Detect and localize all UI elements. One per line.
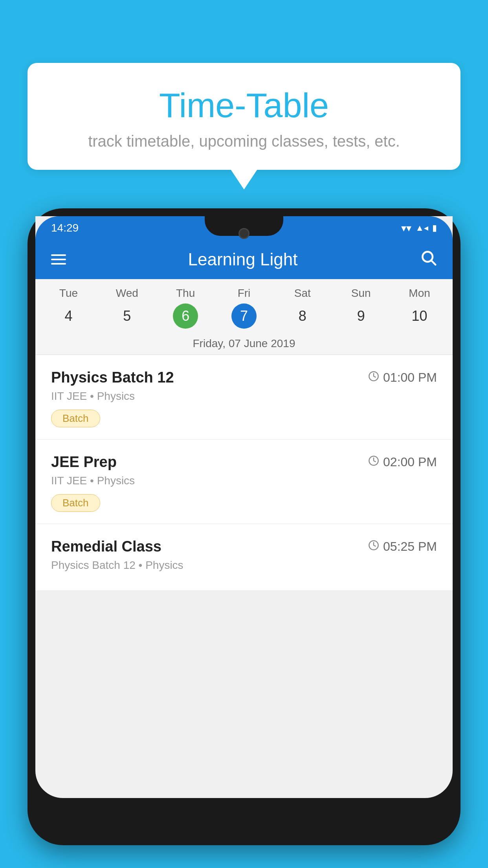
day-name: Fri	[238, 287, 251, 300]
schedule-item-header: Physics Batch 1201:00 PM	[51, 369, 437, 386]
schedule-subtitle: Physics Batch 12 • Physics	[51, 559, 437, 572]
schedule-time: 05:25 PM	[368, 539, 437, 554]
day-number[interactable]: 6	[173, 303, 198, 329]
app-header: Learning Light	[35, 240, 453, 279]
calendar-week-header: Tue4Wed5Thu6Fri7Sat8Sun9Mon10	[35, 279, 453, 333]
schedule-list: Physics Batch 1201:00 PMIIT JEE • Physic…	[35, 355, 453, 591]
day-col-thu[interactable]: Thu6	[156, 287, 215, 329]
schedule-item[interactable]: Remedial Class05:25 PMPhysics Batch 12 •…	[35, 524, 453, 591]
schedule-time-text: 02:00 PM	[383, 455, 437, 469]
phone-camera	[238, 228, 250, 239]
day-col-fri[interactable]: Fri7	[215, 287, 273, 329]
wifi-icon: ▾▾	[401, 222, 411, 234]
phone-frame: 14:29 ▾▾ ▲◂ ▮ Learning Light	[28, 208, 460, 845]
phone-screen: 14:29 ▾▾ ▲◂ ▮ Learning Light	[35, 216, 453, 798]
day-number[interactable]: 9	[349, 303, 374, 329]
schedule-subtitle: IIT JEE • Physics	[51, 474, 437, 487]
clock-icon	[368, 370, 379, 385]
bubble-title: Time-Table	[51, 86, 437, 125]
day-col-mon[interactable]: Mon10	[390, 287, 449, 329]
day-col-sat[interactable]: Sat8	[273, 287, 332, 329]
schedule-time: 01:00 PM	[368, 370, 437, 385]
day-col-wed[interactable]: Wed5	[98, 287, 156, 329]
svg-line-1	[431, 261, 435, 265]
battery-icon: ▮	[432, 223, 437, 233]
clock-icon	[368, 455, 379, 469]
schedule-title: Physics Batch 12	[51, 369, 174, 386]
schedule-item-header: Remedial Class05:25 PM	[51, 538, 437, 555]
schedule-title: JEE Prep	[51, 454, 117, 471]
calendar-date-label: Friday, 07 June 2019	[35, 333, 453, 355]
day-name: Wed	[116, 287, 138, 300]
schedule-item-header: JEE Prep02:00 PM	[51, 454, 437, 471]
search-button[interactable]	[420, 249, 437, 270]
hamburger-menu-button[interactable]	[51, 254, 66, 265]
day-col-sun[interactable]: Sun9	[332, 287, 390, 329]
schedule-item[interactable]: JEE Prep02:00 PMIIT JEE • PhysicsBatch	[35, 440, 453, 524]
day-number[interactable]: 10	[407, 303, 432, 329]
signal-icon: ▲◂	[415, 223, 428, 233]
schedule-title: Remedial Class	[51, 538, 161, 555]
batch-tag: Batch	[51, 410, 100, 427]
status-icons: ▾▾ ▲◂ ▮	[401, 222, 437, 234]
day-number[interactable]: 7	[231, 303, 257, 329]
clock-icon	[368, 539, 379, 554]
schedule-time-text: 01:00 PM	[383, 370, 437, 385]
phone-container: 14:29 ▾▾ ▲◂ ▮ Learning Light	[28, 208, 460, 868]
day-number[interactable]: 4	[56, 303, 81, 329]
phone-notch	[205, 216, 283, 236]
schedule-time: 02:00 PM	[368, 455, 437, 469]
day-col-tue[interactable]: Tue4	[39, 287, 98, 329]
schedule-item[interactable]: Physics Batch 1201:00 PMIIT JEE • Physic…	[35, 355, 453, 440]
bubble-subtitle: track timetable, upcoming classes, tests…	[51, 132, 437, 150]
schedule-subtitle: IIT JEE • Physics	[51, 390, 437, 403]
schedule-time-text: 05:25 PM	[383, 539, 437, 554]
app-title: Learning Light	[188, 250, 298, 269]
speech-bubble: Time-Table track timetable, upcoming cla…	[28, 63, 460, 170]
status-time: 14:29	[51, 222, 79, 234]
day-name: Mon	[409, 287, 430, 300]
day-name: Sat	[294, 287, 311, 300]
day-number[interactable]: 8	[290, 303, 315, 329]
day-name: Tue	[59, 287, 78, 300]
speech-bubble-container: Time-Table track timetable, upcoming cla…	[28, 63, 460, 170]
batch-tag: Batch	[51, 494, 100, 512]
day-name: Sun	[351, 287, 371, 300]
day-name: Thu	[176, 287, 195, 300]
day-number[interactable]: 5	[114, 303, 139, 329]
